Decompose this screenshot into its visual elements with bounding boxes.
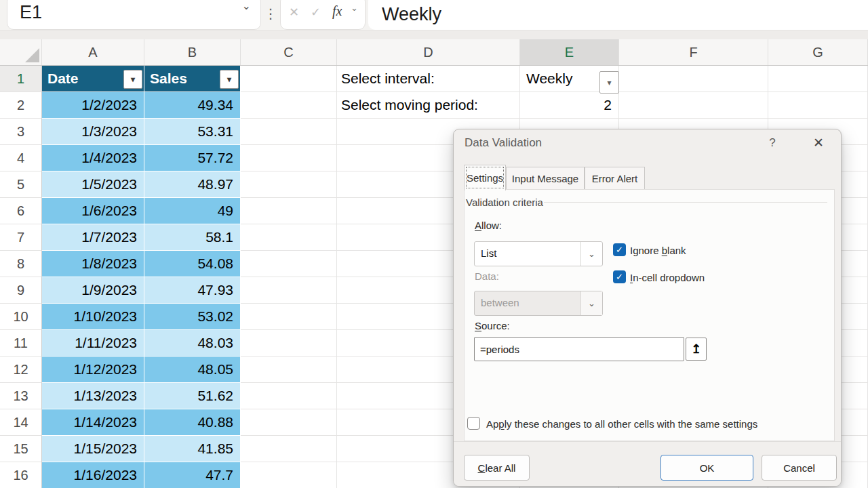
cell-A4[interactable]: 1/4/2023: [42, 145, 144, 171]
row-header-15[interactable]: 15: [0, 436, 42, 462]
in-cell-dropdown-button[interactable]: ▾: [599, 71, 619, 94]
collapse-dialog-button[interactable]: ↥: [686, 338, 707, 361]
column-header-F[interactable]: F: [619, 39, 768, 65]
cell-B4[interactable]: 57.72: [144, 145, 241, 171]
cell-B7[interactable]: 58.1: [144, 224, 241, 251]
cell-C3[interactable]: [241, 119, 337, 145]
apply-changes-checkbox[interactable]: [467, 417, 480, 430]
cell-C5[interactable]: [241, 171, 337, 198]
cell-C2[interactable]: [241, 92, 337, 119]
cell-A5[interactable]: 1/5/2023: [42, 171, 144, 198]
cell-B8[interactable]: 54.08: [144, 251, 241, 277]
column-header-G[interactable]: G: [768, 39, 868, 65]
row-header-7[interactable]: 7: [0, 224, 42, 251]
cell-B3[interactable]: 53.31: [144, 119, 241, 145]
cell-F2[interactable]: [619, 92, 768, 119]
cell-C11[interactable]: [241, 330, 337, 357]
chevron-down-icon[interactable]: ⌄: [242, 0, 251, 12]
cell-A1[interactable]: Date▾: [42, 66, 144, 92]
cell-B11[interactable]: 48.03: [144, 330, 241, 357]
cell-G2[interactable]: [768, 92, 868, 119]
cell-E2[interactable]: 2: [520, 92, 619, 119]
name-box[interactable]: E1 ⌄: [7, 0, 261, 30]
cell-A2[interactable]: 1/2/2023: [42, 92, 144, 119]
more-options-icon[interactable]: ⋮: [264, 5, 277, 22]
cell-A6[interactable]: 1/6/2023: [42, 198, 144, 224]
cell-A15[interactable]: 1/15/2023: [42, 436, 144, 462]
cell-B10[interactable]: 53.02: [144, 304, 241, 330]
cell-A13[interactable]: 1/13/2023: [42, 383, 144, 409]
cell-C9[interactable]: [241, 277, 337, 304]
cell-B14[interactable]: 40.88: [144, 409, 241, 436]
cell-C16[interactable]: [241, 462, 337, 488]
cell-A10[interactable]: 1/10/2023: [42, 304, 144, 330]
row-header-14[interactable]: 14: [0, 409, 42, 436]
filter-button[interactable]: ▾: [220, 70, 239, 89]
cell-C4[interactable]: [241, 145, 337, 171]
cell-A16[interactable]: 1/16/2023: [42, 462, 144, 488]
insert-function-icon[interactable]: fx: [332, 3, 342, 19]
chevron-down-icon[interactable]: ⌄: [580, 242, 602, 266]
filter-button[interactable]: ▾: [123, 70, 142, 89]
cell-B16[interactable]: 47.7: [144, 462, 241, 488]
enter-icon[interactable]: ✓: [311, 5, 321, 20]
row-header-5[interactable]: 5: [0, 171, 42, 198]
cell-A3[interactable]: 1/3/2023: [42, 119, 144, 145]
cell-A8[interactable]: 1/8/2023: [42, 251, 144, 277]
cell-B13[interactable]: 51.62: [144, 383, 241, 409]
row-header-16[interactable]: 16: [0, 462, 42, 488]
column-header-A[interactable]: A: [42, 39, 144, 65]
clear-all-button[interactable]: Clear All: [464, 455, 530, 481]
cell-B12[interactable]: 48.05: [144, 357, 241, 383]
tab-input-message[interactable]: Input Message: [506, 167, 585, 190]
cell-B1[interactable]: Sales▾: [144, 66, 241, 92]
row-header-10[interactable]: 10: [0, 304, 42, 330]
row-header-8[interactable]: 8: [0, 251, 42, 277]
row-header-2[interactable]: 2: [0, 92, 42, 119]
cell-G1[interactable]: [768, 66, 868, 92]
close-icon[interactable]: ✕: [809, 135, 828, 150]
cell-A14[interactable]: 1/14/2023: [42, 409, 144, 436]
cell-C7[interactable]: [241, 224, 337, 251]
cancel-icon[interactable]: ✕: [289, 5, 299, 20]
cell-D2[interactable]: Select moving period:: [337, 92, 520, 119]
cell-C12[interactable]: [241, 357, 337, 383]
column-header-D[interactable]: D: [337, 39, 520, 65]
cell-B9[interactable]: 47.93: [144, 277, 241, 304]
cell-B5[interactable]: 48.97: [144, 171, 241, 198]
column-header-B[interactable]: B: [144, 39, 241, 65]
cell-F1[interactable]: [619, 66, 768, 92]
row-header-1[interactable]: 1: [0, 66, 42, 92]
cell-B15[interactable]: 41.85: [144, 436, 241, 462]
cell-B2[interactable]: 49.34: [144, 92, 241, 119]
column-header-E[interactable]: E: [520, 39, 619, 65]
cell-C14[interactable]: [241, 409, 337, 436]
row-header-6[interactable]: 6: [0, 198, 42, 224]
cell-D1[interactable]: Select interval:: [337, 66, 520, 92]
allow-dropdown[interactable]: List ⌄: [474, 241, 603, 266]
column-header-C[interactable]: C: [241, 39, 337, 65]
row-header-3[interactable]: 3: [0, 119, 42, 145]
cell-A12[interactable]: 1/12/2023: [42, 357, 144, 383]
row-header-13[interactable]: 13: [0, 383, 42, 409]
in-cell-dropdown-checkbox[interactable]: ✓: [613, 270, 626, 283]
cell-C6[interactable]: [241, 198, 337, 224]
cell-B6[interactable]: 49: [144, 198, 241, 224]
row-header-9[interactable]: 9: [0, 277, 42, 304]
source-input[interactable]: =periods: [474, 337, 684, 361]
cell-A11[interactable]: 1/11/2023: [42, 330, 144, 357]
cell-C13[interactable]: [241, 383, 337, 409]
chevron-down-icon[interactable]: ⌄: [351, 3, 358, 13]
tab-error-alert[interactable]: Error Alert: [585, 167, 645, 190]
row-header-4[interactable]: 4: [0, 145, 42, 171]
ok-button[interactable]: OK: [660, 455, 753, 481]
formula-input[interactable]: Weekly: [368, 0, 868, 30]
cell-C8[interactable]: [241, 251, 337, 277]
cancel-button[interactable]: Cancel: [762, 455, 837, 481]
cell-A7[interactable]: 1/7/2023: [42, 224, 144, 251]
row-header-11[interactable]: 11: [0, 330, 42, 357]
cell-C15[interactable]: [241, 436, 337, 462]
cell-C1[interactable]: [241, 66, 337, 92]
row-header-12[interactable]: 12: [0, 357, 42, 383]
ignore-blank-checkbox[interactable]: ✓: [613, 243, 626, 256]
